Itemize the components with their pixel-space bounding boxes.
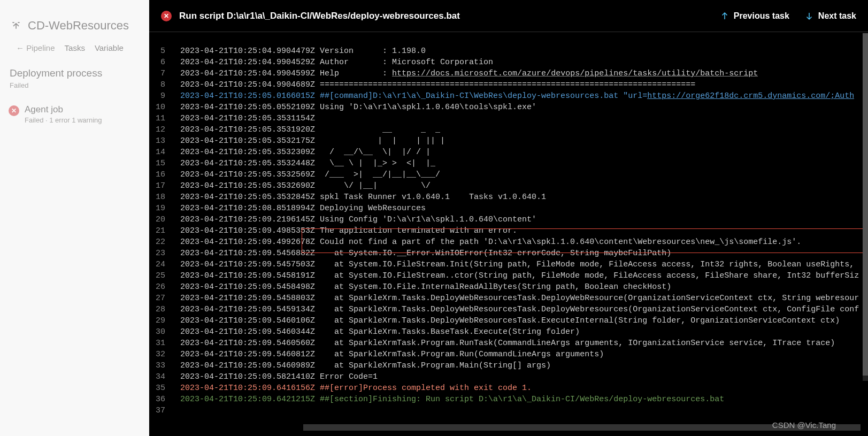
- previous-task-button[interactable]: Previous task: [720, 11, 789, 21]
- error-icon: ✕: [9, 105, 19, 116]
- log-line: 112023-04-21T10:25:05.3531154Z: [155, 113, 862, 124]
- agent-job-row[interactable]: ✕ Agent job Failed · 1 error 1 warning: [0, 89, 149, 124]
- log-line: 312023-04-21T10:25:09.5460560Z at Sparkl…: [155, 338, 862, 349]
- log-line: 132023-04-21T10:25:05.3532175Z | | | || …: [155, 135, 862, 147]
- log-line: 302023-04-21T10:25:09.5460344Z at Sparkl…: [155, 326, 862, 338]
- nav-tasks[interactable]: Tasks: [65, 43, 85, 52]
- deployment-title: Deployment process: [10, 67, 139, 79]
- log-line: 332023-04-21T10:25:09.5460989Z at Sparkl…: [155, 360, 862, 371]
- log-line: 242023-04-21T10:25:09.5457503Z at System…: [155, 259, 862, 270]
- next-task-button[interactable]: Next task: [804, 11, 856, 21]
- log-line: 202023-04-21T10:25:09.2196145Z Using Con…: [155, 214, 862, 225]
- log-header: ✕ Run script D:\a\r1\a\_Daikin-CI/WebRes…: [149, 0, 868, 32]
- log-line: 62023-04-21T10:25:04.9904529Z Author : M…: [155, 57, 862, 68]
- scrollbar-vertical[interactable]: [863, 33, 868, 381]
- log-line: 92023-04-21T10:25:05.0166015Z ##[command…: [155, 90, 862, 102]
- log-line: 192023-04-21T10:25:08.8518994Z Deploying…: [155, 203, 862, 214]
- log-line: 162023-04-21T10:25:05.3532569Z /___ >| _…: [155, 169, 862, 180]
- arrow-down-icon: [804, 11, 814, 21]
- log-line: 152023-04-21T10:25:05.3532448Z \__ \ | |…: [155, 158, 862, 169]
- log-line: 172023-04-21T10:25:05.3532690Z \/ |__| \…: [155, 180, 862, 192]
- error-icon: ✕: [161, 11, 172, 21]
- log-link[interactable]: https://orge62f18dc.crm5.dynamics.com/;A…: [647, 91, 854, 101]
- agent-job-sub: Failed · 1 error 1 warning: [25, 116, 102, 124]
- sidebar-title-row: CD-WebResources: [0, 0, 149, 38]
- deployment-status: Failed: [10, 81, 139, 89]
- log-line: 232023-04-21T10:25:09.5456882Z at System…: [155, 248, 862, 259]
- log-line: 72023-04-21T10:25:04.9904599Z Help : htt…: [155, 68, 862, 79]
- log-line: 182023-04-21T10:25:05.3532845Z spkl Task…: [155, 192, 862, 203]
- log-title: Run script D:\a\r1\a\_Daikin-CI/WebRes/d…: [179, 11, 705, 21]
- log-line: 37: [155, 405, 862, 416]
- log-line: 122023-04-21T10:25:05.3531920Z __ _ _: [155, 124, 862, 135]
- sidebar: CD-WebResources ← Pipeline Tasks Variabl…: [0, 0, 149, 436]
- log-line: 282023-04-21T10:25:09.5459134Z at Sparkl…: [155, 304, 862, 315]
- agent-job-title: Agent job: [25, 104, 102, 115]
- sidebar-title: CD-WebResources: [28, 19, 129, 33]
- log-link[interactable]: https://docs.microsoft.com/azure/devops/…: [392, 69, 758, 78]
- log-line: 212023-04-21T10:25:09.4985353Z The appli…: [155, 225, 862, 236]
- log-line: 272023-04-21T10:25:09.5458803Z at Sparkl…: [155, 293, 862, 304]
- log-line: 362023-04-21T10:25:09.6421215Z ##[sectio…: [155, 394, 862, 405]
- log-line: 352023-04-21T10:25:09.6416156Z ##[error]…: [155, 383, 862, 394]
- arrow-up-icon: [720, 11, 729, 21]
- log-line: 102023-04-21T10:25:05.0552109Z Using 'D:…: [155, 102, 862, 113]
- log-line: 292023-04-21T10:25:09.5460106Z at Sparkl…: [155, 315, 862, 326]
- log-line: 142023-04-21T10:25:05.3532309Z / __/\__ …: [155, 147, 862, 158]
- log-line: 252023-04-21T10:25:09.5458191Z at System…: [155, 270, 862, 281]
- log-body[interactable]: 52023-04-21T10:25:04.9904479Z Version : …: [149, 32, 862, 436]
- log-line: 82023-04-21T10:25:04.9904689Z ==========…: [155, 79, 862, 90]
- log-panel: ✕ Run script D:\a\r1\a\_Daikin-CI/WebRes…: [149, 0, 868, 436]
- nav-variables[interactable]: Variable: [95, 43, 124, 52]
- log-line: 342023-04-21T10:25:09.5821410Z Error Cod…: [155, 371, 862, 383]
- watermark: CSDN @Vic.Tang: [772, 420, 836, 430]
- deployment-section: Deployment process Failed: [0, 52, 149, 89]
- log-line: 52023-04-21T10:25:04.9904479Z Version : …: [155, 45, 862, 57]
- nav-back[interactable]: ← Pipeline: [16, 43, 55, 52]
- sidebar-nav: ← Pipeline Tasks Variable: [0, 38, 149, 52]
- log-line: 322023-04-21T10:25:09.5460812Z at Sparkl…: [155, 349, 862, 360]
- log-line: 222023-04-21T10:25:09.4992678Z Could not…: [155, 236, 862, 248]
- log-line: 262023-04-21T10:25:09.5458498Z at System…: [155, 281, 862, 293]
- upload-icon: [11, 20, 21, 31]
